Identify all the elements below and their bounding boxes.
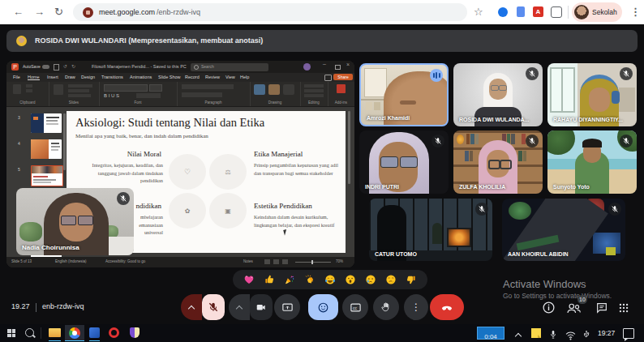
mic-mute-button[interactable]: [202, 294, 225, 320]
action-center-icon[interactable]: [623, 328, 634, 339]
zoom-slider[interactable]: [295, 262, 331, 263]
ppt-menu-review[interactable]: Review: [205, 75, 220, 79]
font-name-box[interactable]: [104, 84, 148, 92]
section-button[interactable]: [68, 94, 91, 97]
thumb-scrollbar[interactable]: [63, 113, 66, 170]
reaction-surprised[interactable]: [345, 274, 356, 285]
close-icon[interactable]: ×: [346, 62, 350, 67]
ppt-menu-record[interactable]: Record: [185, 75, 200, 79]
extension-icon-docs[interactable]: [517, 6, 525, 17]
reaction-crying[interactable]: [365, 274, 376, 285]
redo-icon[interactable]: ↻: [71, 63, 75, 69]
slide-thumbnail[interactable]: [31, 139, 62, 159]
browser-menu-icon[interactable]: ⋮: [630, 0, 641, 24]
slide-thumbnail[interactable]: [31, 113, 62, 133]
reaction-sparkling-heart[interactable]: [243, 274, 255, 285]
extension-icon-pdf[interactable]: A: [533, 6, 543, 17]
slide-thumbnail-current[interactable]: [31, 165, 63, 186]
comment-icon[interactable]: [324, 75, 332, 81]
opera-icon[interactable]: [109, 327, 119, 338]
captions-button[interactable]: cc: [342, 294, 368, 320]
tray-expand-icon[interactable]: [515, 333, 522, 340]
ppt-share-button[interactable]: Share: [333, 74, 353, 80]
camera-button[interactable]: [250, 294, 273, 320]
ppt-menu-transitions[interactable]: Transitions: [101, 75, 123, 79]
ppt-menu-view[interactable]: View: [225, 75, 235, 79]
extension-icon-blue[interactable]: [498, 7, 508, 17]
participant-tile[interactable]: RAHAYU DIYANNINGTIY...: [547, 63, 637, 126]
blue-app-icon[interactable]: [89, 327, 100, 338]
reaction-clapping-hands[interactable]: [304, 274, 316, 285]
select-button[interactable]: [304, 94, 324, 97]
shapes-icon[interactable]: [254, 84, 265, 95]
forward-icon[interactable]: →: [34, 0, 45, 24]
profile-chip[interactable]: Sekolah: [572, 2, 622, 22]
self-view-tile[interactable]: Nadia Choirunnisa: [16, 188, 134, 255]
align-buttons[interactable]: [182, 92, 222, 97]
meeting-details-button[interactable]: [542, 301, 556, 314]
ppt-menu-file[interactable]: File: [13, 75, 20, 79]
reactions-button[interactable]: [308, 294, 338, 320]
participant-tile[interactable]: ZULFA KHOLILIA: [453, 130, 543, 194]
participant-tile[interactable]: ROSIDA DWI WULANDA...: [453, 63, 543, 126]
new-slide-icon[interactable]: [54, 84, 63, 95]
recorder-timer[interactable]: 0:04: [477, 327, 504, 340]
replace-button[interactable]: [304, 89, 324, 92]
usb-icon[interactable]: [582, 328, 590, 338]
shield-app-icon[interactable]: [130, 327, 140, 338]
end-call-button[interactable]: [430, 294, 464, 320]
font-size-box[interactable]: [149, 84, 162, 92]
camera-options-button[interactable]: [229, 294, 250, 320]
view-sorter-icon[interactable]: [273, 259, 279, 264]
participant-tile[interactable]: Sunyoto Yoto: [547, 130, 637, 194]
tray-mic-icon[interactable]: [549, 328, 557, 338]
add-ins-icon[interactable]: [337, 84, 346, 93]
wifi-icon[interactable]: [565, 329, 576, 338]
save-icon[interactable]: [54, 64, 59, 71]
participant-tile[interactable]: AAN KHOIRUL ABIDIN: [502, 199, 625, 261]
ppt-menu-slideshow[interactable]: Slide Show: [158, 75, 181, 79]
layout-button[interactable]: [68, 84, 92, 88]
copy-icon[interactable]: [26, 89, 32, 92]
file-explorer-icon[interactable]: [49, 328, 61, 337]
ppt-search-box[interactable]: Search: [191, 63, 268, 71]
find-button[interactable]: [304, 84, 324, 88]
accessibility-status[interactable]: Accessibility: Good to go: [105, 259, 145, 263]
ppt-menu-home[interactable]: Home: [28, 75, 40, 80]
maximize-icon[interactable]: [335, 65, 341, 71]
participant-tile[interactable]: CATUR UTOMO: [369, 199, 492, 261]
arrange-icon[interactable]: [268, 84, 280, 95]
zoom-slider-knob[interactable]: [311, 260, 313, 264]
ppt-menu-insert[interactable]: Insert: [47, 75, 58, 79]
reaction-party-popper[interactable]: [284, 274, 295, 285]
undo-icon[interactable]: ↺: [63, 63, 67, 69]
taskbar-clock[interactable]: 19:27: [598, 329, 615, 337]
chat-button[interactable]: [595, 301, 608, 314]
cut-icon[interactable]: [26, 84, 32, 88]
sticky-notes-icon[interactable]: [531, 328, 541, 338]
notes-button[interactable]: Notes: [243, 259, 253, 263]
autosave-toggle[interactable]: [42, 65, 49, 69]
font-color-buttons[interactable]: [136, 93, 161, 98]
view-slideshow-icon[interactable]: [282, 259, 288, 264]
raise-hand-button[interactable]: [373, 294, 399, 320]
activities-button[interactable]: [618, 302, 629, 314]
back-icon[interactable]: ←: [13, 0, 24, 24]
reaction-thumbs-down[interactable]: [406, 274, 417, 285]
address-bar[interactable]: meet.google.com /enb-rzdw-ivq: [73, 3, 467, 21]
ppt-menu-draw[interactable]: Draw: [65, 75, 75, 79]
view-normal-icon[interactable]: [264, 259, 270, 264]
reaction-joy[interactable]: [324, 274, 336, 285]
start-button[interactable]: [7, 329, 15, 337]
more-options-button[interactable]: ⋮: [404, 294, 428, 320]
list-buttons[interactable]: [182, 84, 234, 89]
present-button[interactable]: [274, 294, 300, 320]
reset-button[interactable]: [68, 89, 89, 92]
participant-tile[interactable]: Amrozi Khamidi: [359, 63, 449, 126]
bold-italic-buttons[interactable]: B I U S: [104, 93, 119, 98]
mic-options-button[interactable]: [181, 294, 202, 320]
bookmark-star-icon[interactable]: ☆: [474, 0, 483, 24]
ppt-menu-design[interactable]: Design: [81, 75, 95, 79]
quick-styles-icon[interactable]: [283, 84, 294, 95]
minimize-icon[interactable]: –: [323, 61, 326, 66]
